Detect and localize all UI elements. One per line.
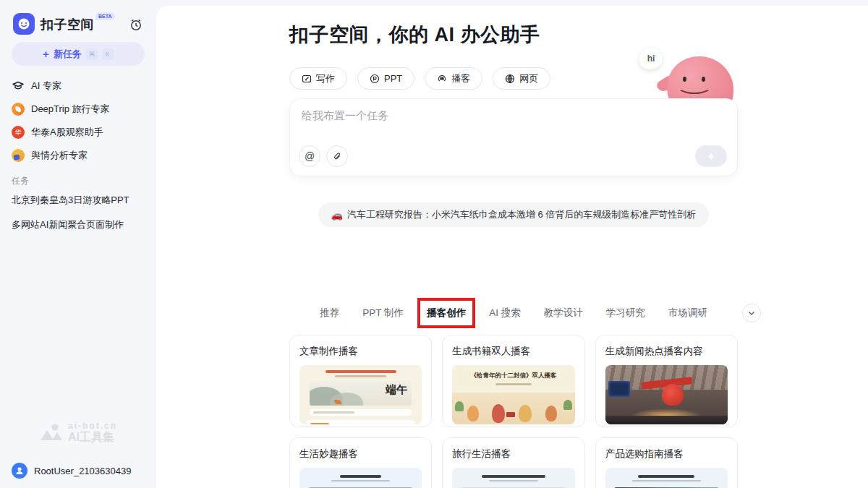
sidebar-item-label: DeepTrip 旅行专家 — [31, 103, 110, 116]
card-preview-image: 《给青年的十二封信》双人播客 — [452, 365, 574, 424]
task-item-news-page[interactable]: 多网站AI新闻聚合页面制作 — [6, 213, 150, 237]
paperclip-icon — [333, 152, 342, 161]
sidebar-item-label: AI 专家 — [31, 80, 61, 93]
sidebar-item-ai-experts[interactable]: AI 专家 — [6, 74, 150, 98]
new-task-button[interactable]: + 新任务 ⌘ K — [12, 42, 145, 66]
sidebar: 扣子空间 BETA + 新任务 ⌘ K AI 专家 DeepTrip 旅行专家 … — [0, 0, 156, 488]
ticker-text: 汽车工程研究报告：小米汽车纸巾盒成本激增 6 倍背后的车规级制造标准严苛性剖析 — [347, 208, 696, 221]
beta-badge: BETA — [95, 12, 115, 20]
sidebar-item-label: 舆情分析专家 — [31, 149, 88, 162]
sidebar-item-deeptrip[interactable]: DeepTrip 旅行专家 — [6, 98, 150, 121]
history-clock-icon[interactable] — [129, 17, 143, 32]
quick-action-label: 播客 — [451, 72, 470, 85]
task-input-card: @ — [289, 98, 738, 176]
ppt-icon — [370, 74, 380, 84]
webpage-button[interactable]: 网页 — [493, 67, 550, 90]
quick-action-label: PPT — [384, 73, 402, 84]
send-button[interactable] — [695, 145, 727, 167]
card-title: 生成书籍双人播客 — [452, 345, 574, 358]
card-title: 旅行生活播客 — [452, 448, 574, 461]
expert-list: AI 专家 DeepTrip 旅行专家 华 华泰A股观察助手 舆情分析专家 — [6, 74, 150, 167]
kbd-cmd: ⌘ — [86, 48, 98, 60]
duanwu-calligraphy: 端午 — [386, 383, 407, 397]
ppt-button[interactable]: PPT — [357, 67, 414, 90]
app-title: 扣子空间 — [41, 16, 94, 33]
tab-ppt[interactable]: PPT 制作 — [362, 299, 404, 327]
user-avatar-icon — [12, 463, 27, 479]
card-preview-image: 端午 — [299, 365, 422, 424]
app-logo[interactable]: 扣子空间 BETA — [13, 13, 115, 35]
writing-button[interactable]: 写作 — [289, 67, 347, 90]
tasks-section-label: 任务 — [12, 175, 29, 187]
card-travel-life-podcast[interactable]: 旅行生活播客 — [442, 437, 584, 488]
card-article-podcast[interactable]: 文章制作播客 端午 — [289, 335, 432, 427]
tab-study-research[interactable]: 学习研究 — [606, 299, 645, 327]
category-tabs: 推荐 PPT 制作 播客创作 AI 搜索 教学设计 学习研究 市场调研 — [289, 299, 738, 328]
main-panel: 扣子空间，你的 AI 办公助手 hi 写作 PPT 播客 网页 @ — [156, 6, 868, 488]
task-item-beijing-ppt[interactable]: 北京到秦皇岛3日游攻略PPT — [6, 188, 150, 213]
coze-logo-icon — [13, 13, 35, 35]
watermark-domain: ai-bot.cn — [68, 421, 117, 431]
page-title: 扣子空间，你的 AI 办公助手 — [289, 22, 540, 48]
car-emoji-icon: 🚗 — [331, 210, 343, 221]
card-preview-image — [605, 468, 728, 488]
deeptrip-avatar-icon — [12, 103, 25, 116]
tab-recommended[interactable]: 推荐 — [320, 299, 339, 327]
card-news-hotspot-podcast[interactable]: 生成新闻热点播客内容 — [595, 335, 738, 427]
news-ticker[interactable]: 🚗 汽车工程研究报告：小米汽车纸巾盒成本激增 6 倍背后的车规级制造标准严苛性剖… — [318, 202, 710, 227]
mascot-speech-bubble: hi — [639, 48, 663, 69]
sentiment-avatar-icon — [12, 149, 25, 162]
card-preview-image — [299, 468, 422, 488]
card-preview-image — [605, 365, 728, 424]
card-title: 生成新闻热点播客内容 — [605, 345, 728, 358]
graduation-cap-icon — [12, 80, 25, 93]
quick-actions: 写作 PPT 播客 网页 — [289, 67, 550, 90]
tab-ai-search[interactable]: AI 搜索 — [489, 299, 521, 327]
sidebar-item-huatai[interactable]: 华 华泰A股观察助手 — [6, 121, 150, 144]
huatai-avatar-icon: 华 — [12, 126, 25, 139]
tab-podcast-creation[interactable]: 播客创作 — [427, 299, 466, 327]
user-account[interactable]: RootUser_2103630439 — [12, 463, 131, 479]
task-list: 北京到秦皇岛3日游攻略PPT 多网站AI新闻聚合页面制作 — [6, 188, 150, 237]
username: RootUser_2103630439 — [34, 466, 131, 476]
template-cards: 文章制作播客 端午 生成书籍双人播客 《给青年的十二封信》双人播客 — [289, 335, 738, 488]
watermark-name: AI工具集 — [68, 431, 117, 444]
tab-label: 播客创作 — [427, 307, 466, 318]
tab-market-research[interactable]: 市场调研 — [668, 299, 707, 327]
mascot-smile — [677, 78, 712, 94]
tab-teaching-design[interactable]: 教学设计 — [544, 299, 583, 327]
attachment-button[interactable] — [326, 145, 348, 167]
kbd-k: K — [102, 48, 114, 60]
podcast-icon — [437, 74, 447, 84]
card-title: 生活妙趣播客 — [299, 448, 422, 461]
new-task-label: 新任务 — [54, 48, 82, 61]
card-title: 产品选购指南播客 — [605, 448, 728, 461]
card-product-guide-podcast[interactable]: 产品选购指南播客 — [595, 437, 738, 488]
watermark: ai-bot.cn AI工具集 — [0, 421, 156, 444]
card-preview-image — [452, 468, 574, 488]
pencil-icon — [302, 74, 312, 84]
send-arrow-icon — [706, 151, 716, 161]
sidebar-item-yuqing[interactable]: 舆情分析专家 — [6, 144, 150, 167]
quick-action-label: 网页 — [519, 72, 538, 85]
tabs-expand-button[interactable] — [742, 304, 761, 322]
sidebar-item-label: 华泰A股观察助手 — [31, 126, 103, 139]
plus-icon: + — [43, 48, 49, 60]
mention-button[interactable]: @ — [299, 145, 320, 167]
card-life-fun-podcast[interactable]: 生活妙趣播客 — [289, 437, 432, 488]
preview-title: 《给青年的十二封信》双人播客 — [452, 372, 574, 380]
card-book-duo-podcast[interactable]: 生成书籍双人播客 《给青年的十二封信》双人播客 — [442, 335, 584, 427]
quick-action-label: 写作 — [316, 72, 335, 85]
podcast-button[interactable]: 播客 — [425, 67, 482, 90]
aibot-watermark-icon — [39, 423, 64, 442]
globe-icon — [505, 74, 515, 84]
task-input[interactable] — [302, 109, 721, 138]
card-title: 文章制作播客 — [299, 345, 422, 358]
chevron-down-icon — [747, 309, 756, 317]
